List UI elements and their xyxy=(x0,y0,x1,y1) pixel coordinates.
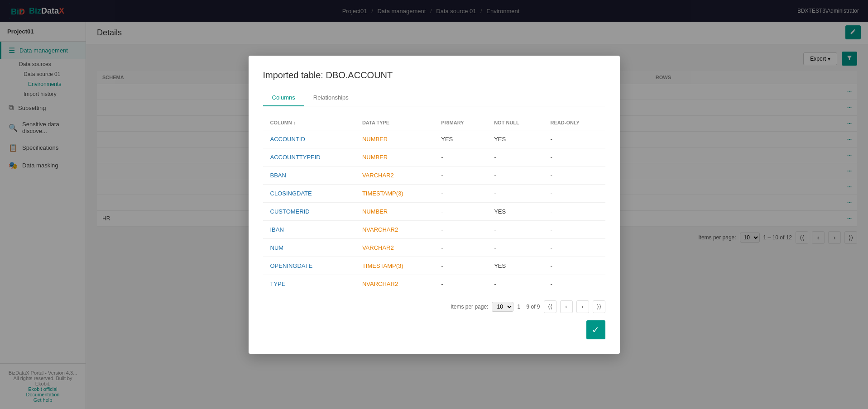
read-only-cell: - xyxy=(543,238,605,257)
not-null-cell: YES xyxy=(487,202,543,220)
not-null-cell: - xyxy=(487,184,543,202)
tab-columns[interactable]: Columns xyxy=(263,90,304,106)
modal-dialog: Imported table: DBO.ACCOUNT Columns Rela… xyxy=(249,56,620,354)
primary-cell: - xyxy=(434,257,487,275)
modal-col-readonly: READ-ONLY xyxy=(543,115,605,130)
data-type-cell: NVARCHAR2 xyxy=(355,275,434,293)
read-only-cell: - xyxy=(543,130,605,148)
primary-cell: - xyxy=(434,166,487,184)
not-null-cell: - xyxy=(487,148,543,166)
tab-relationships[interactable]: Relationships xyxy=(304,90,358,106)
read-only-cell: - xyxy=(543,202,605,220)
not-null-cell: - xyxy=(487,238,543,257)
not-null-cell: - xyxy=(487,166,543,184)
data-type-cell: NUMBER xyxy=(355,148,434,166)
not-null-cell: - xyxy=(487,275,543,293)
primary-cell: YES xyxy=(434,130,487,148)
modal-table-row: BBAN VARCHAR2 - - - xyxy=(263,166,605,184)
primary-cell: - xyxy=(434,202,487,220)
data-type-cell: NUMBER xyxy=(355,130,434,148)
modal-table-row: ACCOUNTTYPEID NUMBER - - - xyxy=(263,148,605,166)
modal-col-primary: PRIMARY xyxy=(434,115,487,130)
not-null-cell: YES xyxy=(487,257,543,275)
modal-table-row: OPENINGDATE TIMESTAMP(3) - YES - xyxy=(263,257,605,275)
modal-confirm-button[interactable]: ✓ xyxy=(586,320,605,339)
primary-cell: - xyxy=(434,148,487,166)
modal-pagination: Items per page: 10 25 1 – 9 of 9 ⟨⟨ ‹ › … xyxy=(263,293,605,317)
modal-overlay[interactable]: Imported table: DBO.ACCOUNT Columns Rela… xyxy=(0,0,868,409)
not-null-cell: YES xyxy=(487,130,543,148)
modal-table-row: TYPE NVARCHAR2 - - - xyxy=(263,275,605,293)
column-name-cell: TYPE xyxy=(263,275,355,293)
data-type-cell: VARCHAR2 xyxy=(355,238,434,257)
primary-cell: - xyxy=(434,184,487,202)
read-only-cell: - xyxy=(543,220,605,238)
column-name-cell: BBAN xyxy=(263,166,355,184)
data-type-cell: TIMESTAMP(3) xyxy=(355,257,434,275)
modal-first-page[interactable]: ⟨⟨ xyxy=(544,300,556,313)
modal-col-datatype: DATA TYPE xyxy=(355,115,434,130)
read-only-cell: - xyxy=(543,166,605,184)
data-type-cell: TIMESTAMP(3) xyxy=(355,184,434,202)
data-type-cell: NUMBER xyxy=(355,202,434,220)
modal-columns-table: COLUMN ↑ DATA TYPE PRIMARY NOT NULL READ… xyxy=(263,115,605,293)
column-name-cell: IBAN xyxy=(263,220,355,238)
modal-col-notnull: NOT NULL xyxy=(487,115,543,130)
column-name-cell: ACCOUNTTYPEID xyxy=(263,148,355,166)
data-type-cell: NVARCHAR2 xyxy=(355,220,434,238)
modal-table-row: IBAN NVARCHAR2 - - - xyxy=(263,220,605,238)
not-null-cell: - xyxy=(487,220,543,238)
modal-table-row: NUM VARCHAR2 - - - xyxy=(263,238,605,257)
read-only-cell: - xyxy=(543,257,605,275)
modal-prev-page[interactable]: ‹ xyxy=(560,300,573,313)
modal-tabs: Columns Relationships xyxy=(263,90,605,106)
modal-items-per-page[interactable]: 10 25 xyxy=(492,302,513,312)
modal-next-page[interactable]: › xyxy=(576,300,589,313)
column-name-cell: ACCOUNTID xyxy=(263,130,355,148)
column-name-cell: CLOSINGDATE xyxy=(263,184,355,202)
modal-table-row: ACCOUNTID NUMBER YES YES - xyxy=(263,130,605,148)
modal-col-column: COLUMN ↑ xyxy=(263,115,355,130)
primary-cell: - xyxy=(434,220,487,238)
modal-title: Imported table: DBO.ACCOUNT xyxy=(263,70,605,81)
read-only-cell: - xyxy=(543,184,605,202)
column-name-cell: NUM xyxy=(263,238,355,257)
modal-table-row: CLOSINGDATE TIMESTAMP(3) - - - xyxy=(263,184,605,202)
primary-cell: - xyxy=(434,238,487,257)
data-type-cell: VARCHAR2 xyxy=(355,166,434,184)
column-name-cell: OPENINGDATE xyxy=(263,257,355,275)
read-only-cell: - xyxy=(543,148,605,166)
modal-table-row: CUSTOMERID NUMBER - YES - xyxy=(263,202,605,220)
read-only-cell: - xyxy=(543,275,605,293)
primary-cell: - xyxy=(434,275,487,293)
column-name-cell: CUSTOMERID xyxy=(263,202,355,220)
modal-last-page[interactable]: ⟩⟩ xyxy=(593,300,605,313)
